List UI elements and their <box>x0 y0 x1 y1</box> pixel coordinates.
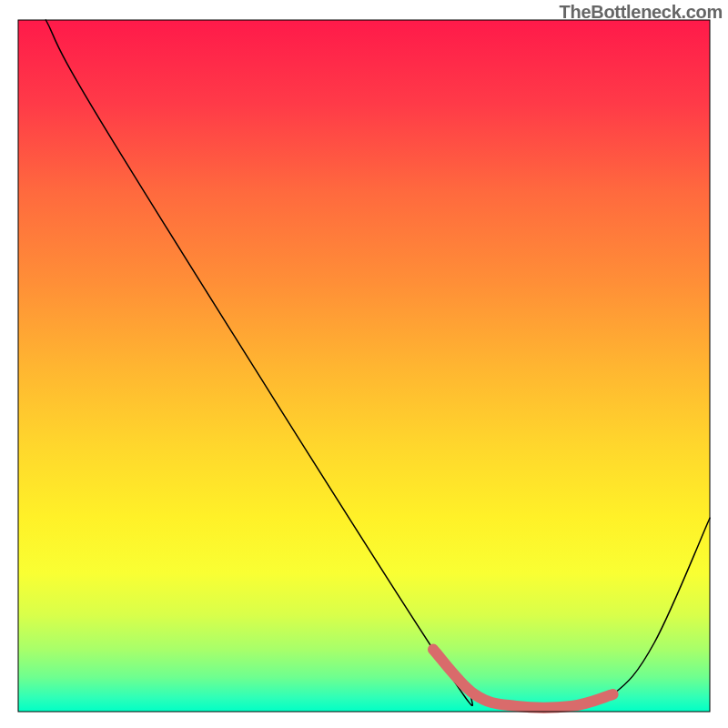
gradient-background <box>18 20 710 712</box>
chart-container: { "watermark": "TheBottleneck.com", "cha… <box>0 0 728 728</box>
watermark-text: TheBottleneck.com <box>560 2 723 23</box>
bottleneck-chart <box>0 0 728 728</box>
